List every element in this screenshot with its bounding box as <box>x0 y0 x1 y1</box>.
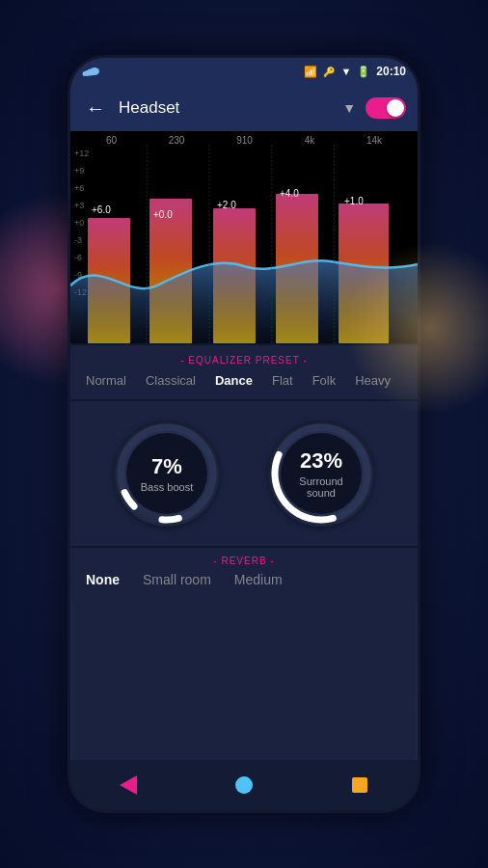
surround-inner: 23% Surround sound <box>281 433 362 514</box>
status-bar: 📶 🔑 ▼ 🔋 20:10 <box>70 58 418 85</box>
bass-boost-label: Bass boost <box>141 481 193 493</box>
preset-folk[interactable]: Folk <box>312 371 337 390</box>
power-toggle[interactable] <box>366 97 406 119</box>
bass-boost-value: 7% <box>151 454 182 479</box>
freq-60: 60 <box>106 135 117 146</box>
battery-icon: 🔋 <box>357 66 370 78</box>
nav-home-button[interactable] <box>223 764 265 806</box>
nav-bar <box>70 760 418 810</box>
preset-scroll[interactable]: Normal Classical Dance Flat Folk Heavy <box>70 371 418 399</box>
dropdown-arrow-icon[interactable]: ▼ <box>342 100 356 116</box>
bass-boost-knob[interactable]: 7% Bass boost <box>114 420 220 527</box>
knobs-section: 7% Bass boost 23% Surround sound <box>70 401 418 546</box>
phone-shell: 📶 🔑 ▼ 🔋 20:10 ← Headset ▼ 60 230 910 4k … <box>70 58 418 810</box>
svg-text:+6.0: +6.0 <box>92 204 111 215</box>
reverb-medium[interactable]: Medium <box>234 572 283 587</box>
reverb-scroll[interactable]: None Small room Medium <box>70 572 418 593</box>
key-icon: 🔑 <box>323 67 335 77</box>
preset-flat[interactable]: Flat <box>272 371 293 390</box>
svg-text:+0.0: +0.0 <box>153 209 173 220</box>
back-button[interactable]: ← <box>82 94 109 123</box>
reverb-small-room[interactable]: Small room <box>143 572 211 587</box>
signal-icon: 📶 <box>304 66 317 78</box>
recent-icon <box>352 777 367 793</box>
toolbar-title: Headset <box>119 98 333 118</box>
reverb-section: - REVERB - None Small room Medium <box>70 548 418 603</box>
status-left <box>82 66 99 77</box>
preset-dance[interactable]: Dance <box>215 371 253 390</box>
nav-back-button[interactable] <box>107 764 149 806</box>
freq-14k: 14k <box>366 135 382 146</box>
preset-normal[interactable]: Normal <box>86 371 126 390</box>
bass-boost-inner: 7% Bass boost <box>126 433 207 514</box>
soundcloud-icon <box>82 66 99 77</box>
freq-910: 910 <box>236 135 253 146</box>
svg-point-3 <box>83 71 87 76</box>
surround-value: 23% <box>300 448 342 474</box>
svg-text:+2.0: +2.0 <box>217 200 236 210</box>
preset-heavy[interactable]: Heavy <box>355 371 391 390</box>
preset-section: - EQUALIZER PRESET - Normal Classical Da… <box>70 345 418 399</box>
status-right: 📶 🔑 ▼ 🔋 20:10 <box>304 65 406 78</box>
surround-sound-knob[interactable]: 23% Surround sound <box>268 420 374 527</box>
preset-label: - EQUALIZER PRESET - <box>70 345 418 371</box>
reverb-none[interactable]: None <box>86 572 120 587</box>
reverb-label: - REVERB - <box>70 548 418 572</box>
surround-label: Surround sound <box>299 475 342 499</box>
back-icon <box>120 775 137 795</box>
nav-recent-button[interactable] <box>339 764 381 806</box>
eq-freq-labels: 60 230 910 4k 14k <box>70 131 418 146</box>
bass-boost-knob-container: 7% Bass boost <box>114 420 220 527</box>
eq-container: 60 230 910 4k 14k +12 +9 +6 +3 +0 -3 -6 … <box>70 131 418 343</box>
home-icon <box>235 776 253 794</box>
freq-4k: 4k <box>305 135 315 146</box>
eq-wave: +6.0 +0.0 +2.0 +4.0 +1.0 <box>70 160 418 343</box>
freq-230: 230 <box>169 135 185 146</box>
surround-sound-knob-container: 23% Surround sound <box>268 420 374 527</box>
wifi-icon: ▼ <box>340 66 351 77</box>
preset-classical[interactable]: Classical <box>146 371 196 390</box>
toolbar: ← Headset ▼ <box>70 85 418 131</box>
svg-text:+4.0: +4.0 <box>280 188 299 199</box>
svg-text:+1.0: +1.0 <box>344 196 364 206</box>
status-time: 20:10 <box>376 65 406 78</box>
